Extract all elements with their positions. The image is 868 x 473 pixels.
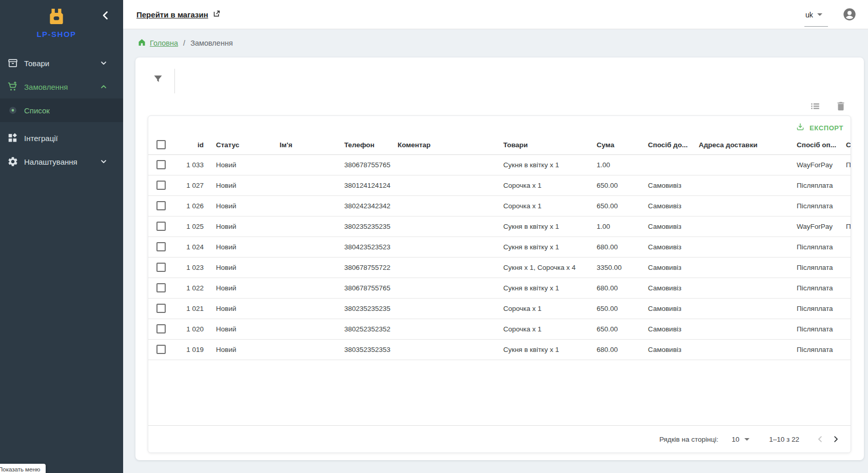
table-row[interactable]: 1 027Новий380124124124Сорочка x 1650.00С… (148, 175, 851, 195)
cell-delivery: Самовивіз (641, 175, 692, 195)
row-checkbox[interactable] (148, 195, 170, 216)
pagination-bar: Рядків на сторінці: 10 1–10 з 22 (148, 425, 851, 452)
cell-sum: 650.00 (589, 298, 641, 319)
sidebar-item-orders-list[interactable]: Список (0, 98, 123, 122)
language-select[interactable]: uk (804, 10, 828, 27)
row-checkbox[interactable] (148, 298, 170, 319)
table-row[interactable]: 1 023Новий380678755722Сукня x 1, Сорочка… (148, 257, 851, 278)
row-checkbox[interactable] (148, 154, 170, 175)
cell-phone: 380235235235 (337, 216, 390, 236)
cell-status: Новий (209, 339, 272, 360)
cell-sum: 650.00 (589, 175, 641, 195)
sidebar-item-settings[interactable]: Налаштування (0, 150, 123, 173)
column-header-status[interactable]: Статус (209, 135, 272, 154)
add-cart-icon (7, 81, 18, 92)
widgets-icon (7, 132, 18, 144)
cell-payment: WayForPay (790, 154, 839, 175)
cell-payment: Післяплата (790, 339, 839, 360)
cell-comment (390, 236, 496, 257)
cell-status: Новий (209, 319, 272, 339)
select-columns-button[interactable] (810, 101, 821, 112)
cell-name (272, 216, 337, 236)
table-row[interactable]: 1 021Новий380235235235Сорочка x 1650.00С… (148, 298, 851, 319)
cell-products: Сукня в квітку x 1 (496, 216, 589, 236)
cell-delivery: Самовивіз (641, 216, 692, 236)
table-row[interactable]: 1 025Новий380235235235Сукня в квітку x 1… (148, 216, 851, 236)
table-row[interactable]: 1 033Новий380678755765Сукня в квітку x 1… (148, 154, 851, 175)
cell-products: Сорочка x 1 (496, 175, 589, 195)
table-row[interactable]: 1 020Новий380252352352Сорочка x 1650.00С… (148, 319, 851, 339)
sidebar-collapse-button[interactable] (100, 9, 112, 22)
cell-status: Новий (209, 236, 272, 257)
cell-name (272, 339, 337, 360)
checkbox-icon (156, 242, 166, 251)
column-header-products[interactable]: Товари (496, 135, 589, 154)
cell-payment-status (839, 298, 851, 319)
chevron-down-icon (100, 157, 108, 167)
cell-address (692, 195, 790, 216)
cell-comment (390, 278, 496, 298)
user-menu-button[interactable] (842, 7, 857, 22)
cell-payment: Післяплата (790, 278, 839, 298)
row-checkbox[interactable] (148, 319, 170, 339)
row-checkbox[interactable] (148, 175, 170, 195)
cell-comment (390, 257, 496, 278)
cell-address (692, 319, 790, 339)
cell-address (692, 339, 790, 360)
table-row[interactable]: 1 024Новий380423523523Сукня в квітку x 1… (148, 236, 851, 257)
column-header-comment[interactable]: Коментар (390, 135, 496, 154)
next-page-button[interactable] (828, 431, 843, 447)
cell-status: Новий (209, 175, 272, 195)
sidebar-menu: Товари Замовлення (0, 51, 123, 173)
row-checkbox[interactable] (148, 339, 170, 360)
row-checkbox[interactable] (148, 216, 170, 236)
column-header-sum[interactable]: Сума (589, 135, 641, 154)
show-menu-tooltip: Показать меню (0, 464, 46, 473)
logo[interactable]: LP-SHOP (21, 6, 92, 38)
breadcrumb: Головна / Замовлення (123, 30, 868, 56)
column-header-payment[interactable]: Спосіб оп... (790, 135, 839, 154)
cell-payment: Післяплата (790, 298, 839, 319)
previous-page-button[interactable] (813, 431, 828, 447)
row-checkbox[interactable] (148, 278, 170, 298)
column-header-phone[interactable]: Телефон (337, 135, 390, 154)
column-header-id[interactable]: id (170, 135, 209, 154)
column-header-address[interactable]: Адреса доставки (692, 135, 790, 154)
chevron-up-icon (100, 83, 108, 92)
sidebar-item-label: Інтеграції (24, 134, 58, 143)
sidebar-item-integrations[interactable]: Інтеграції (0, 126, 123, 150)
table-header-row: idСтатусІм'яТелефонКоментарТовариСумаСпо… (148, 135, 851, 154)
select-all-checkbox[interactable] (148, 135, 170, 154)
filter-button[interactable] (153, 74, 164, 85)
row-checkbox[interactable] (148, 236, 170, 257)
cell-name (272, 236, 337, 257)
column-header-delivery[interactable]: Спосіб до... (641, 135, 692, 154)
products-box-icon (7, 57, 18, 69)
cell-products: Сорочка x 1 (496, 195, 589, 216)
row-checkbox[interactable] (148, 257, 170, 278)
breadcrumb-home-link[interactable]: Головна (137, 38, 178, 48)
cell-payment: Післяплата (790, 195, 839, 216)
cell-name (272, 175, 337, 195)
table-row[interactable]: 1 019Новий380352352353Сукня в квітку x 1… (148, 339, 851, 360)
column-header-payment-status[interactable]: Ст (839, 135, 851, 154)
sidebar-item-label: Товари (24, 59, 49, 68)
table-row[interactable]: 1 022Новий380678755765Сукня в квітку x 1… (148, 278, 851, 298)
cell-payment: Післяплата (790, 236, 839, 257)
cell-phone: 380235235235 (337, 298, 390, 319)
export-button[interactable]: ЕКСПОРТ (796, 123, 843, 133)
cell-name (272, 195, 337, 216)
delete-button[interactable] (835, 101, 846, 112)
orders-panel: ЕКСПОРТ idСтатусІм'яТелефонКоментарТовар… (135, 57, 864, 460)
orders-admin-page: LP-SHOP Товари (0, 0, 868, 473)
cell-payment-status: Пі (839, 216, 851, 236)
column-header-name[interactable]: Ім'я (272, 135, 337, 154)
cell-comment (390, 319, 496, 339)
cell-id: 1 033 (170, 154, 209, 175)
cell-payment: WayForPay (790, 216, 839, 236)
sidebar-item-orders[interactable]: Замовлення (0, 75, 123, 98)
sidebar-item-products[interactable]: Товари (0, 51, 123, 75)
table-row[interactable]: 1 026Новий380242342342Сорочка x 1650.00С… (148, 195, 851, 216)
rows-per-page-select[interactable]: 10 (732, 436, 749, 443)
go-to-shop-link[interactable]: Перейти в магазин (136, 9, 221, 19)
